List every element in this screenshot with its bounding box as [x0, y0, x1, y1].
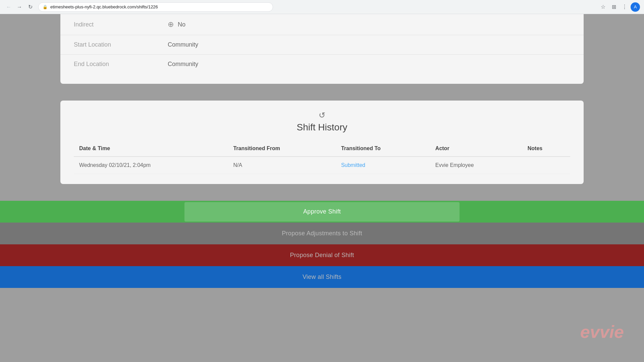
cell-transitioned-from: N/A [228, 157, 335, 174]
lock-icon: 🔒 [43, 5, 48, 9]
end-location-value: Community [168, 61, 198, 68]
page-content: Indirect ⊕ No Start Location Community E… [0, 14, 644, 301]
menu-icon[interactable]: ⋮ [620, 2, 629, 12]
action-buttons: Approve Shift Propose Adjustments to Shi… [0, 201, 644, 288]
indirect-value: ⊕ No [168, 20, 185, 29]
view-all-shifts-button[interactable]: View all Shifts [0, 266, 644, 288]
status-submitted-badge: Submitted [341, 162, 365, 168]
indirect-row: Indirect ⊕ No [60, 14, 584, 35]
browser-icons: ☆ ⊞ ⋮ A [598, 2, 640, 12]
end-location-row: End Location Community [60, 55, 584, 74]
col-date-time: Date & Time [74, 141, 228, 157]
col-notes: Notes [522, 141, 570, 157]
url-text: etimesheets-plus-nyfi-2.qc.bluebedrock.c… [50, 4, 158, 9]
evvie-logo-text: evvie [580, 322, 624, 342]
forward-button[interactable]: → [15, 2, 24, 12]
start-location-row: Start Location Community [60, 35, 584, 55]
start-location-value: Community [168, 41, 198, 48]
table-row: Wednesday 02/10/21, 2:04pm N/A Submitted… [74, 157, 570, 174]
propose-denial-button[interactable]: Propose Denial of Shift [0, 244, 644, 266]
col-transitioned-to: Transitioned To [336, 141, 430, 157]
address-bar[interactable]: 🔒 etimesheets-plus-nyfi-2.qc.bluebedrock… [38, 2, 273, 12]
shift-history-card: ↺ Shift History Date & Time Transitioned… [60, 101, 584, 184]
back-button[interactable]: ← [4, 2, 13, 12]
shift-history-table: Date & Time Transitioned From Transition… [74, 141, 570, 174]
col-transitioned-from: Transitioned From [228, 141, 335, 157]
cell-actor: Evvie Employee [430, 157, 522, 174]
profile-avatar[interactable]: A [631, 2, 640, 12]
col-actor: Actor [430, 141, 522, 157]
history-icon: ↺ [74, 111, 570, 120]
nav-buttons: ← → ↻ [4, 2, 35, 12]
table-header-row: Date & Time Transitioned From Transition… [74, 141, 570, 157]
evvie-logo: evvie [580, 322, 624, 342]
toggle-icon[interactable]: ⊕ [168, 20, 174, 29]
shift-history-header: ↺ Shift History [74, 111, 570, 133]
approve-shift-button[interactable]: Approve Shift [0, 201, 644, 223]
info-card: Indirect ⊕ No Start Location Community E… [60, 14, 584, 84]
browser-bar: ← → ↻ 🔒 etimesheets-plus-nyfi-2.qc.blueb… [0, 0, 644, 14]
indirect-label: Indirect [74, 21, 168, 28]
extensions-icon[interactable]: ⊞ [609, 2, 619, 12]
start-location-label: Start Location [74, 41, 168, 48]
propose-adjustments-button[interactable]: Propose Adjustments to Shift [0, 223, 644, 244]
cell-notes [522, 157, 570, 174]
bookmarks-icon[interactable]: ☆ [598, 2, 608, 12]
reload-button[interactable]: ↻ [25, 2, 35, 12]
end-location-label: End Location [74, 61, 168, 68]
cell-transitioned-to: Submitted [336, 157, 430, 174]
cell-date-time: Wednesday 02/10/21, 2:04pm [74, 157, 228, 174]
shift-history-title: Shift History [74, 122, 570, 133]
indirect-text: No [178, 21, 185, 28]
